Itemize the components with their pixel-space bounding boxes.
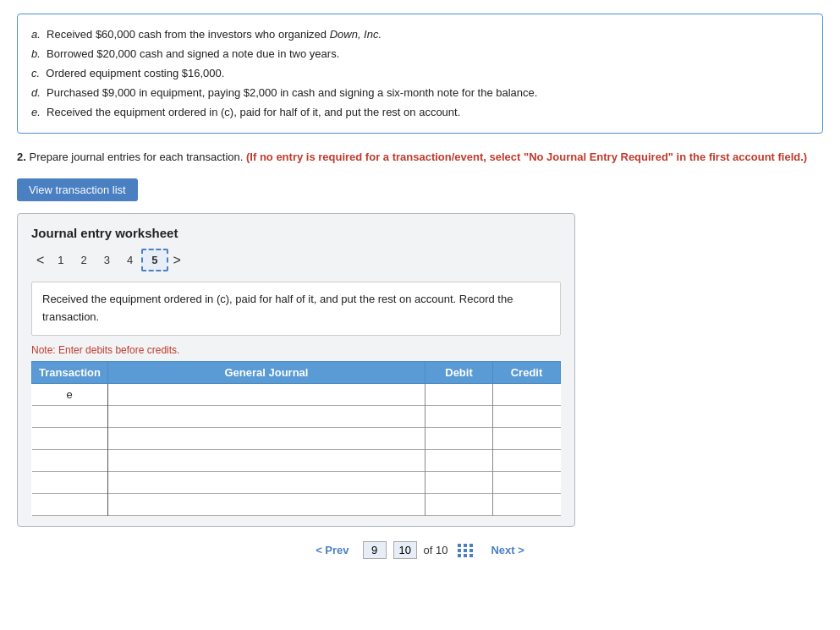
tab-1[interactable]: 1	[49, 250, 72, 270]
journal-field-2[interactable]	[113, 410, 420, 423]
transaction-d: d. Purchased $9,000 in equipment, paying…	[31, 84, 809, 102]
debit-field-5[interactable]	[431, 476, 487, 489]
credit-field-2[interactable]	[498, 410, 556, 423]
tab-next-arrow[interactable]: >	[168, 251, 186, 270]
tab-navigation: < 1 2 3 4 5 >	[31, 249, 561, 271]
transaction-label-5	[32, 471, 108, 493]
credit-field-3[interactable]	[498, 432, 556, 445]
journal-field-5[interactable]	[113, 476, 420, 489]
worksheet-title: Journal entry worksheet	[31, 226, 561, 240]
debit-field-6[interactable]	[431, 498, 487, 511]
debit-input-3[interactable]	[425, 427, 493, 449]
journal-table: Transaction General Journal Debit Credit…	[31, 361, 561, 516]
debit-field-3[interactable]	[431, 432, 487, 445]
of-total: of 10	[424, 544, 448, 556]
debit-input-5[interactable]	[425, 471, 493, 493]
grid-icon	[454, 543, 477, 557]
next-button[interactable]: Next >	[484, 540, 530, 560]
credit-field-4[interactable]	[498, 454, 556, 467]
transaction-label-e: e	[32, 383, 108, 405]
credit-input-4[interactable]	[493, 449, 561, 471]
table-row: e	[32, 383, 561, 405]
debit-input-2[interactable]	[425, 405, 493, 427]
credit-input-2[interactable]	[493, 405, 561, 427]
table-row	[32, 471, 561, 493]
journal-input-5[interactable]	[107, 471, 425, 493]
table-row	[32, 493, 561, 515]
debit-field-2[interactable]	[431, 410, 487, 423]
debit-field-1[interactable]	[431, 388, 487, 401]
table-row	[32, 405, 561, 427]
debit-input-6[interactable]	[425, 493, 493, 515]
tab-2[interactable]: 2	[73, 250, 96, 270]
prev-button[interactable]: < Prev	[309, 540, 355, 560]
journal-field-1[interactable]	[113, 388, 420, 401]
credit-input-5[interactable]	[493, 471, 561, 493]
page-input-10[interactable]	[393, 541, 417, 559]
transaction-label-4	[32, 449, 108, 471]
tab-3[interactable]: 3	[96, 250, 118, 270]
table-row	[32, 449, 561, 471]
transaction-b: b. Borrowed $20,000 cash and signed a no…	[31, 45, 809, 63]
credit-field-6[interactable]	[498, 498, 556, 511]
transaction-label-3	[32, 427, 108, 449]
question-highlight: (If no entry is required for a transacti…	[246, 151, 807, 163]
transaction-c: c. Ordered equipment costing $16,000.	[31, 64, 809, 83]
tab-prev-arrow[interactable]: <	[31, 251, 49, 270]
question-section: 2. Prepare journal entries for each tran…	[17, 149, 823, 167]
debit-input-1[interactable]	[425, 383, 493, 405]
debit-field-4[interactable]	[431, 454, 487, 467]
transaction-e: e. Received the equipment ordered in (c)…	[31, 103, 809, 122]
journal-input-1[interactable]	[107, 383, 425, 405]
table-row	[32, 427, 561, 449]
credit-input-1[interactable]	[493, 383, 561, 405]
worksheet-box: Journal entry worksheet < 1 2 3 4 5 > Re…	[17, 213, 575, 527]
journal-input-4[interactable]	[107, 449, 425, 471]
page-input-9[interactable]	[363, 541, 387, 559]
transaction-list-box: a. Received $60,000 cash from the invest…	[17, 14, 823, 134]
question-text: Prepare journal entries for each transac…	[29, 151, 243, 163]
tab-5[interactable]: 5	[141, 249, 167, 271]
journal-field-3[interactable]	[113, 432, 420, 445]
debit-input-4[interactable]	[425, 449, 493, 471]
transaction-label-6	[32, 493, 108, 515]
journal-input-6[interactable]	[107, 493, 425, 515]
question-number: 2.	[17, 151, 26, 163]
tab-4[interactable]: 4	[118, 250, 141, 270]
credit-field-5[interactable]	[498, 476, 556, 489]
credit-input-3[interactable]	[493, 427, 561, 449]
pagination: < Prev of 10 Next >	[17, 540, 823, 560]
journal-field-6[interactable]	[113, 498, 420, 511]
col-header-debit: Debit	[425, 361, 493, 383]
debit-credit-note: Note: Enter debits before credits.	[31, 344, 561, 356]
credit-input-6[interactable]	[493, 493, 561, 515]
journal-field-4[interactable]	[113, 454, 420, 467]
credit-field-1[interactable]	[498, 388, 556, 401]
transaction-label-2	[32, 405, 108, 427]
col-header-journal: General Journal	[107, 361, 425, 383]
view-transaction-button[interactable]: View transaction list	[17, 178, 138, 201]
journal-input-2[interactable]	[107, 405, 425, 427]
journal-input-3[interactable]	[107, 427, 425, 449]
transaction-description: Received the equipment ordered in (c), p…	[31, 282, 561, 336]
transaction-a: a. Received $60,000 cash from the invest…	[31, 25, 809, 44]
col-header-transaction: Transaction	[32, 361, 108, 383]
col-header-credit: Credit	[493, 361, 561, 383]
